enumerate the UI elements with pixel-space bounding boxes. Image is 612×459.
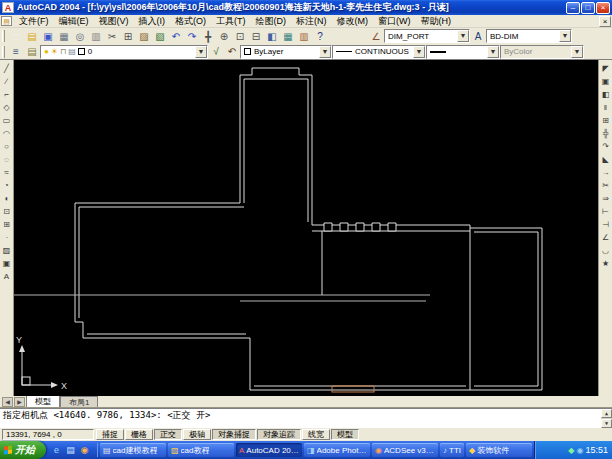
menu-item[interactable]: 标注(N)	[291, 15, 332, 28]
toolbar-grip[interactable]	[2, 30, 5, 42]
make-layer-current-icon[interactable]: √	[208, 45, 224, 59]
show-desktop-icon[interactable]: ▤	[64, 444, 77, 457]
media-player-icon[interactable]: ◉	[78, 444, 91, 457]
mirror-icon[interactable]: ◧	[599, 88, 612, 101]
pan-icon[interactable]: ╋	[200, 29, 216, 43]
break-icon[interactable]: ⊣	[599, 218, 612, 231]
chevron-down-icon[interactable]: ▼	[413, 46, 425, 58]
chamfer-icon[interactable]: ∠	[599, 231, 612, 244]
tray-volume-icon[interactable]: ◉	[576, 446, 583, 455]
tab-layout1[interactable]: 布局1	[60, 396, 98, 407]
paste-icon[interactable]: ▨	[136, 29, 152, 43]
chevron-down-icon[interactable]: ▼	[559, 30, 571, 42]
task-photoshop[interactable]: ◨ Adobe Photo...	[304, 443, 370, 457]
menu-item[interactable]: 编辑(E)	[54, 15, 94, 28]
layer-states-icon[interactable]: ▤	[24, 45, 40, 59]
grid-toggle[interactable]: 栅格	[125, 429, 153, 440]
region-icon[interactable]: ▣	[0, 257, 13, 270]
trim-icon[interactable]: ✂	[599, 179, 612, 192]
ellipse-arc-icon[interactable]: ◖	[0, 192, 13, 205]
menu-item[interactable]: 视图(V)	[94, 15, 134, 28]
menu-item[interactable]: 格式(O)	[170, 15, 211, 28]
polygon-icon[interactable]: ◇	[0, 101, 13, 114]
color-combo[interactable]: ByLayer ▼	[240, 45, 332, 59]
menu-item[interactable]: 工具(T)	[211, 15, 251, 28]
tab-scroll-right[interactable]: ▶	[14, 397, 25, 407]
zoom-window-icon[interactable]: ⊡	[232, 29, 248, 43]
point-icon[interactable]: ∙	[0, 231, 13, 244]
tool-palettes-icon[interactable]: ▥	[296, 29, 312, 43]
layer-combo[interactable]: ● ☀ ⊓ ▤ 0 ▼	[40, 45, 208, 59]
text-style-combo[interactable]: BD-DIM ▼	[486, 29, 572, 43]
menu-item[interactable]: 帮助(H)	[416, 15, 457, 28]
menu-item[interactable]: 修改(M)	[332, 15, 374, 28]
qnew-icon[interactable]: □	[8, 29, 24, 43]
line-icon[interactable]: ╱	[0, 62, 13, 75]
scroll-up-icon[interactable]: ▲	[601, 409, 612, 418]
task-cad-modeling-tutorial[interactable]: ▤ cad建模教程	[100, 443, 166, 457]
circle-icon[interactable]: ○	[0, 140, 13, 153]
command-scrollbar[interactable]: ▲ ▼	[601, 409, 612, 428]
tray-antivirus-icon[interactable]: ◆	[568, 446, 574, 455]
ellipse-icon[interactable]: ◔	[0, 179, 13, 192]
scroll-down-icon[interactable]: ▼	[601, 419, 612, 428]
task-autocad[interactable]: A AutoCAD 200...	[236, 443, 302, 457]
tab-model[interactable]: 模型	[26, 395, 60, 407]
help-icon[interactable]: ?	[312, 29, 328, 43]
drawing-canvas[interactable]: Y X	[14, 60, 598, 396]
layer-previous-icon[interactable]: ↶	[224, 45, 240, 59]
model-toggle[interactable]: 模型	[331, 429, 359, 440]
otrack-toggle[interactable]: 对象追踪	[257, 429, 301, 440]
spline-icon[interactable]: ≈	[0, 166, 13, 179]
text-style-icon[interactable]: A	[470, 29, 486, 43]
ie-icon[interactable]: e	[50, 444, 63, 457]
lineweight-combo[interactable]: ▼	[426, 45, 500, 59]
snap-toggle[interactable]: 捕捉	[96, 429, 124, 440]
start-button[interactable]: 开始	[0, 441, 46, 459]
restore-button[interactable]: □	[581, 2, 595, 14]
menu-item[interactable]: 绘图(D)	[251, 15, 292, 28]
publish-icon[interactable]: ▥	[88, 29, 104, 43]
toolbar-grip[interactable]	[2, 46, 5, 58]
task-acdsee[interactable]: ◉ ACDSee v3.1...	[372, 443, 438, 457]
tab-scroll-left[interactable]: ◀	[2, 397, 13, 407]
redo-icon[interactable]: ↷	[184, 29, 200, 43]
scale-icon[interactable]: ◣	[599, 153, 612, 166]
dim-style-icon[interactable]: ∠	[368, 29, 384, 43]
array-icon[interactable]: ⊞	[599, 114, 612, 127]
plot-preview-icon[interactable]: ◎	[72, 29, 88, 43]
polyline-icon[interactable]: ⌐	[0, 88, 13, 101]
task-cad-tutorial-folder[interactable]: ▨ cad教程	[168, 443, 234, 457]
zoom-realtime-icon[interactable]: ⊕	[216, 29, 232, 43]
chevron-down-icon[interactable]: ▼	[195, 46, 207, 58]
task-decor-software[interactable]: ◆ 装饰软件	[466, 443, 532, 457]
menu-item[interactable]: 插入(I)	[134, 15, 171, 28]
copy-icon[interactable]: ⊞	[120, 29, 136, 43]
plot-icon[interactable]: ▦	[56, 29, 72, 43]
cut-icon[interactable]: ✂	[104, 29, 120, 43]
chevron-down-icon[interactable]: ▼	[457, 30, 469, 42]
offset-icon[interactable]: ‖	[599, 101, 612, 114]
dim-style-combo[interactable]: DIM_PORT ▼	[384, 29, 470, 43]
construction-line-icon[interactable]: ∕	[0, 75, 13, 88]
insert-block-icon[interactable]: ⊡	[0, 205, 13, 218]
extend-icon[interactable]: ⇒	[599, 192, 612, 205]
chevron-down-icon[interactable]: ▼	[319, 46, 331, 58]
menu-item[interactable]: 窗口(W)	[373, 15, 416, 28]
fillet-icon[interactable]: ◡	[599, 244, 612, 257]
hatch-icon[interactable]: ▨	[0, 244, 13, 257]
lineweight-toggle[interactable]: 线宽	[302, 429, 330, 440]
revcloud-icon[interactable]: ◌	[0, 153, 13, 166]
polar-toggle[interactable]: 极轴	[183, 429, 211, 440]
erase-icon[interactable]: ◤	[599, 62, 612, 75]
child-close-button[interactable]: ×	[599, 16, 611, 27]
copy-object-icon[interactable]: ▣	[599, 75, 612, 88]
undo-icon[interactable]: ↶	[168, 29, 184, 43]
ortho-toggle[interactable]: 正交	[154, 429, 182, 440]
close-button[interactable]: ×	[596, 2, 610, 14]
save-icon[interactable]: ▣	[40, 29, 56, 43]
coordinate-readout[interactable]: 13391, 7694 , 0	[2, 429, 94, 440]
menu-item[interactable]: 文件(F)	[14, 15, 54, 28]
stretch-icon[interactable]: →	[599, 166, 612, 179]
linetype-combo[interactable]: CONTINUOUS ▼	[332, 45, 426, 59]
